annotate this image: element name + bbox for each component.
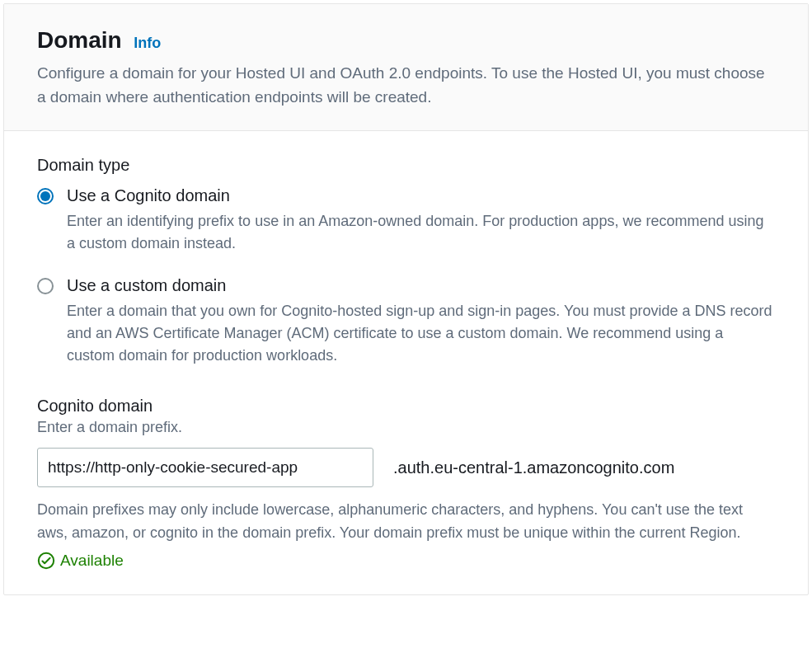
panel-header: Domain Info Configure a domain for your … (4, 4, 808, 131)
radio-button-custom[interactable] (37, 278, 54, 294)
check-circle-icon (37, 552, 55, 570)
info-link[interactable]: Info (134, 35, 161, 51)
radio-content: Use a custom domain Enter a domain that … (67, 276, 775, 367)
panel-description: Configure a domain for your Hosted UI an… (37, 62, 775, 109)
cognito-domain-label: Cognito domain (37, 397, 775, 416)
panel-body: Domain type Use a Cognito domain Enter a… (4, 131, 808, 594)
domain-panel: Domain Info Configure a domain for your … (3, 3, 809, 595)
domain-prefix-input[interactable] (37, 448, 373, 487)
radio-title: Use a custom domain (67, 276, 775, 295)
radio-content: Use a Cognito domain Enter an identifyin… (67, 186, 775, 255)
domain-input-row: .auth.eu-central-1.amazoncognito.com (37, 448, 775, 487)
radio-option-custom-domain[interactable]: Use a custom domain Enter a domain that … (37, 276, 775, 367)
cognito-domain-hint: Enter a domain prefix. (37, 419, 775, 436)
domain-type-label: Domain type (37, 156, 775, 175)
radio-description: Enter a domain that you own for Cognito-… (67, 300, 775, 367)
domain-suffix: .auth.eu-central-1.amazoncognito.com (393, 458, 674, 477)
domain-prefix-footnote: Domain prefixes may only include lowerca… (37, 499, 775, 545)
availability-status: Available (37, 552, 775, 570)
radio-title: Use a Cognito domain (67, 186, 775, 205)
radio-description: Enter an identifying prefix to use in an… (67, 210, 775, 255)
radio-button-cognito[interactable] (37, 188, 54, 204)
panel-title: Domain (37, 27, 122, 53)
radio-option-cognito-domain[interactable]: Use a Cognito domain Enter an identifyin… (37, 186, 775, 255)
availability-text: Available (60, 552, 124, 570)
cognito-domain-section: Cognito domain Enter a domain prefix. .a… (37, 397, 775, 570)
